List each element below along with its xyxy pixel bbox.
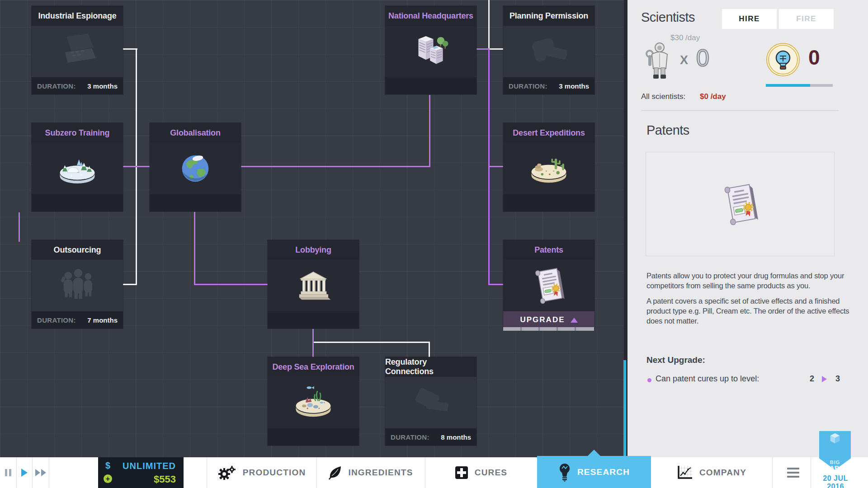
globe-icon: [150, 143, 241, 194]
all-scientists-label: All scientists:: [641, 92, 685, 101]
upgrade-item-text: Can patent cures up to level:: [656, 374, 759, 384]
tree-connector: [312, 329, 314, 357]
tech-node-outsourcing[interactable]: Outsourcing DURATION: 7 months: [32, 240, 123, 328]
patents-description-2: A patent covers a specific set of active…: [646, 296, 851, 326]
people-icon: [32, 260, 123, 311]
money-display: $ UNLIMITED + $553: [98, 457, 184, 488]
multiplier-x: X: [680, 53, 688, 67]
tree-connector: [488, 49, 490, 285]
leaf-icon: [328, 465, 342, 480]
tech-node-deep-sea-exploration[interactable]: Deep Sea Exploration: [268, 357, 359, 446]
dollar-icon: $: [105, 460, 110, 471]
patents-description-1: Patents allow you to protect your drug f…: [646, 271, 851, 291]
idea-lightbulb-icon: [766, 42, 800, 79]
stamp-icon: [503, 26, 594, 77]
fast-forward-button[interactable]: [32, 457, 49, 488]
fire-button[interactable]: FIRE: [779, 9, 834, 29]
fast-forward-icon: [35, 469, 46, 476]
tab-ingredients[interactable]: INGREDIENTS: [316, 457, 425, 488]
pause-button[interactable]: [0, 457, 16, 488]
pause-icon: [5, 469, 11, 476]
upgrade-arrow-icon: [571, 318, 578, 323]
scientist-icon: [646, 42, 672, 82]
all-scientists-value: $0 /day: [700, 92, 726, 101]
laptop-icon: [32, 26, 123, 77]
menu-button[interactable]: [787, 468, 799, 480]
tech-node-patents[interactable]: Patents: [503, 240, 594, 328]
tech-node-subzero-training[interactable]: Subzero Training: [32, 123, 123, 211]
bullet-icon: [647, 378, 651, 382]
stamps-icon: [385, 377, 476, 428]
patent-document-icon: [713, 176, 767, 233]
sea-island-icon: [268, 377, 359, 428]
tab-cures[interactable]: CURES: [425, 457, 537, 488]
scientist-count: 0: [696, 44, 709, 71]
arrow-icon: [822, 376, 827, 382]
scientist-cost: $30 /day: [670, 33, 700, 42]
patent-illustration-box: [646, 152, 835, 256]
tree-connector: [123, 284, 137, 285]
tech-node-planning-permission[interactable]: Planning Permission DURATION: 3 months: [503, 6, 594, 94]
lightbulb-icon: [558, 463, 571, 482]
tree-connector: [490, 166, 503, 167]
government-building-icon: [268, 260, 359, 311]
patent-scroll-icon: [503, 260, 594, 311]
money-unlimited: UNLIMITED: [123, 461, 176, 471]
tree-connector: [429, 342, 430, 357]
tree-connector: [488, 0, 490, 50]
cube-icon: [829, 433, 841, 444]
idea-count: 0: [808, 45, 820, 70]
scientists-title: Scientists: [641, 10, 695, 25]
plus-icon: +: [104, 474, 112, 483]
gears-icon: [217, 465, 236, 480]
tab-company[interactable]: COMPANY: [651, 457, 772, 488]
section-divider: [641, 110, 839, 111]
tree-scroll-indicator[interactable]: [623, 360, 626, 457]
tree-connector: [194, 212, 195, 285]
tree-connector: [19, 212, 20, 242]
tree-connector: [194, 284, 268, 285]
upgrade-progress-bar: [503, 327, 594, 331]
active-tab-notch: [588, 450, 600, 456]
game-date: 20 JUL 2016: [815, 474, 856, 488]
next-upgrade-label: Next Upgrade:: [646, 355, 705, 365]
money-amount: $553: [154, 474, 176, 485]
hire-button[interactable]: HIRE: [722, 9, 777, 29]
buildings-icon: [385, 26, 476, 77]
tree-connector: [314, 342, 430, 343]
tree-connector: [429, 95, 430, 167]
chart-icon: [677, 465, 693, 480]
tree-connector: [490, 284, 503, 285]
big-pharma-research-screen: Industrial Espionage DURATION: 3 months …: [0, 0, 868, 488]
upgrade-from-value: 2: [810, 374, 814, 384]
tab-production[interactable]: PRODUCTION: [207, 457, 316, 488]
desert-island-icon: [503, 143, 594, 194]
tech-node-lobbying[interactable]: Lobbying: [268, 240, 359, 328]
research-side-panel: Scientists HIRE FIRE $30 /day X 0: [627, 0, 868, 457]
tech-node-national-headquarters[interactable]: National Headquarters: [385, 6, 476, 94]
tech-node-regulatory-connections[interactable]: Regulatory Connections DURATION: 8 month…: [385, 357, 476, 446]
upgrade-to-value: 3: [835, 374, 840, 384]
tab-research[interactable]: RESEARCH: [537, 456, 651, 488]
tech-node-industrial-espionage[interactable]: Industrial Espionage DURATION: 3 months: [32, 6, 123, 94]
tech-node-globalisation[interactable]: Globalisation: [150, 123, 241, 211]
cross-icon: [455, 466, 468, 479]
research-progress-meter: [766, 84, 833, 87]
tree-connector: [490, 48, 503, 50]
play-icon: [21, 469, 28, 477]
tech-node-desert-expeditions[interactable]: Desert Expeditions: [503, 123, 594, 211]
upgrade-button[interactable]: UPGRADE: [503, 311, 594, 328]
patents-section-title: Patents: [646, 123, 689, 138]
snow-island-icon: [32, 143, 123, 194]
tree-connector: [476, 48, 490, 50]
research-tree-canvas[interactable]: Industrial Espionage DURATION: 3 months …: [0, 0, 624, 457]
play-button[interactable]: [16, 457, 32, 488]
